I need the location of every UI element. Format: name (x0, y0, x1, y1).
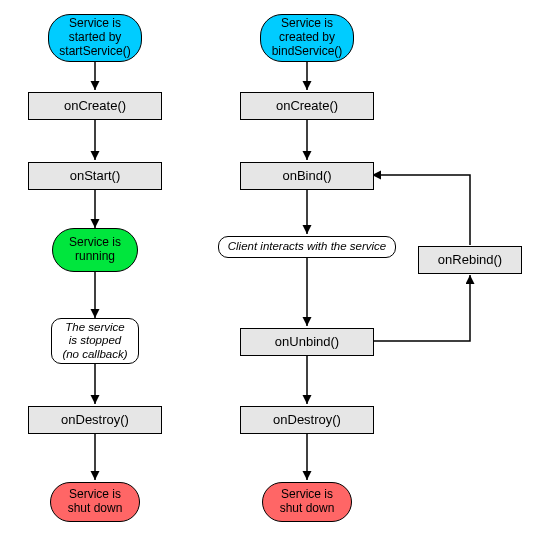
shutdown-right: Service isshut down (262, 482, 352, 522)
oncreate-left: onCreate() (28, 92, 162, 120)
oncreate-right: onCreate() (240, 92, 374, 120)
shutdown-left: Service isshut down (50, 482, 140, 522)
onbind-right: onBind() (240, 162, 374, 190)
start-bound: Service iscreated bybindService() (260, 14, 354, 62)
service-running: Service isrunning (52, 228, 138, 272)
onrebind: onRebind() (418, 246, 522, 274)
ondestroy-left: onDestroy() (28, 406, 162, 434)
ondestroy-right: onDestroy() (240, 406, 374, 434)
onstart-left: onStart() (28, 162, 162, 190)
stop-note: The serviceis stopped(no callback) (51, 318, 139, 364)
start-started: Service isstarted bystartService() (48, 14, 142, 62)
client-interact: Client interacts with the service (218, 236, 396, 258)
onunbind-right: onUnbind() (240, 328, 374, 356)
